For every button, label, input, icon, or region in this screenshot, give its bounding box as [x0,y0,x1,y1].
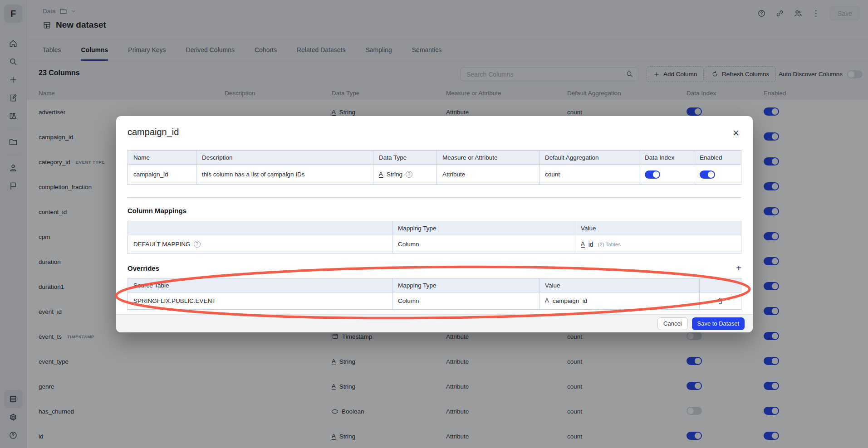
mapping-type-header: Mapping Type [392,221,575,235]
col-header-data-index: Data Index [639,151,694,164]
value-header: Value [539,278,699,292]
close-icon[interactable]: ✕ [731,127,741,139]
help-circle-icon[interactable]: ? [194,241,201,248]
mapping-value-cell[interactable]: A id (2) Tables [575,235,741,253]
column-properties-table: Name Description Data Type Measure or At… [128,150,741,185]
divider [128,197,741,198]
string-type-icon: A [379,171,383,178]
modal-col-description[interactable]: this column has a list of campaign IDs [196,165,373,184]
tables-count-label: (2) Tables [598,242,621,247]
col-header-data-type: Data Type [373,151,436,164]
column-detail-modal: campaign_id ✕ Name Description Data Type… [116,116,753,332]
modal-enabled-toggle[interactable] [700,170,715,179]
help-circle-icon[interactable]: ? [406,171,412,178]
override-value-cell[interactable]: A campaign_id [539,292,699,309]
modal-col-data-type[interactable]: A String ? [373,165,436,184]
col-header-measure: Measure or Attribute [436,151,539,164]
col-header-enabled: Enabled [694,151,741,164]
modal-col-aggregation[interactable]: count [539,165,639,184]
modal-col-measure[interactable]: Attribute [436,165,539,184]
default-mapping-cell[interactable]: DEFAULT MAPPING ? [128,235,392,253]
overrides-table: Source Table Mapping Type Value SPRINGFL… [128,278,741,310]
override-source-table-cell[interactable]: SPRINGFLIX.PUBLIC.EVENT [128,292,392,309]
override-mapping-type-cell[interactable]: Column [392,292,539,309]
cancel-button[interactable]: Cancel [657,317,687,330]
mapping-type-cell[interactable]: Column [392,235,575,253]
column-mappings-heading: Column Mappings [128,207,741,214]
source-table-header: Source Table [128,278,392,292]
col-header-name: Name [128,151,196,164]
column-mappings-table: Mapping Type Value DEFAULT MAPPING ? Col… [128,221,741,253]
value-header: Value [575,221,741,235]
col-header-aggregation: Default Aggregation [539,151,639,164]
string-type-icon: A [545,297,549,304]
mapping-type-header: Mapping Type [392,278,539,292]
delete-trash-icon[interactable] [716,297,724,305]
overrides-heading: Overrides [128,264,159,272]
string-type-icon: A [581,241,585,248]
add-override-icon[interactable]: + [736,263,741,273]
modal-footer: Cancel Save to Dataset [116,314,753,332]
col-header-description: Description [196,151,373,164]
save-to-dataset-button[interactable]: Save to Dataset [692,317,745,330]
modal-data-index-toggle[interactable] [645,170,660,179]
modal-title: campaign_id [128,127,179,137]
modal-col-name[interactable]: campaign_id [128,165,196,184]
